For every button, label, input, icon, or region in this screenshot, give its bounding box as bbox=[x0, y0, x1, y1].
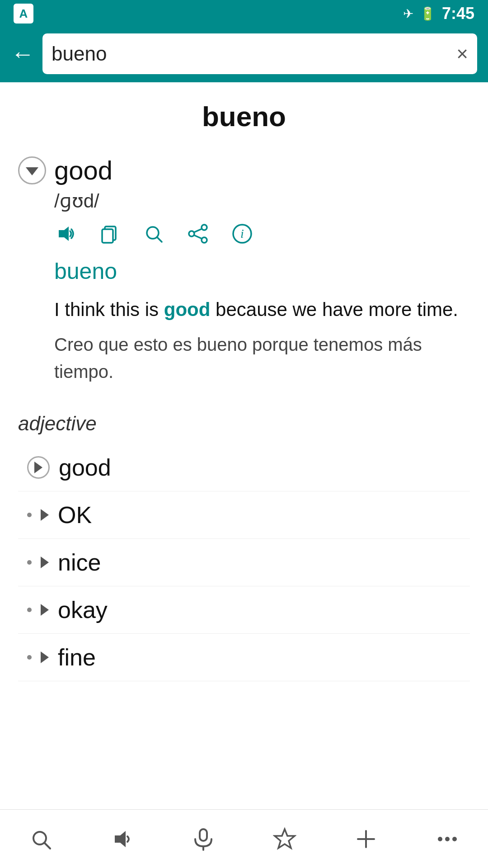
synonym-word: nice bbox=[58, 549, 101, 576]
svg-point-20 bbox=[438, 837, 442, 841]
search-bar: ← × bbox=[0, 27, 488, 82]
copy-icon[interactable] bbox=[99, 223, 120, 245]
more-nav-icon bbox=[436, 827, 459, 851]
dot-icon bbox=[27, 608, 32, 612]
status-bar: A ✈ 🔋 7:45 bbox=[0, 0, 488, 27]
bottom-nav bbox=[0, 809, 488, 868]
translation-block: good /ɡʊd/ bbox=[18, 155, 470, 394]
nav-star-button[interactable] bbox=[273, 827, 296, 851]
status-bar-right: ✈ 🔋 7:45 bbox=[403, 4, 474, 23]
list-item[interactable]: fine bbox=[18, 634, 470, 681]
list-item[interactable]: good bbox=[18, 444, 470, 491]
clear-button[interactable]: × bbox=[456, 42, 468, 65]
chevron-right-icon bbox=[34, 462, 42, 473]
audio-nav-icon bbox=[110, 827, 134, 851]
svg-line-13 bbox=[45, 843, 50, 849]
synonym-word: OK bbox=[58, 501, 92, 528]
translation-word: good bbox=[54, 155, 113, 185]
svg-rect-2 bbox=[102, 229, 113, 243]
status-time: 7:45 bbox=[442, 4, 474, 23]
list-item[interactable]: OK bbox=[18, 491, 470, 539]
battery-icon: 🔋 bbox=[420, 6, 436, 21]
search-input[interactable] bbox=[52, 42, 456, 65]
chevron-right-icon bbox=[41, 651, 49, 663]
search-nav-icon bbox=[29, 827, 52, 851]
main-content: bueno good /ɡʊd/ bbox=[0, 100, 488, 745]
example-english: I think this is good because we have mor… bbox=[54, 295, 470, 324]
info-icon[interactable]: i bbox=[231, 223, 253, 245]
add-nav-icon bbox=[354, 827, 378, 851]
expand-item-button[interactable] bbox=[27, 456, 50, 479]
dot-icon bbox=[27, 513, 32, 517]
svg-line-9 bbox=[194, 235, 202, 239]
svg-line-4 bbox=[157, 237, 162, 242]
nav-add-button[interactable] bbox=[354, 827, 378, 851]
svg-point-7 bbox=[189, 231, 194, 236]
status-bar-left: A bbox=[14, 4, 33, 24]
search-icon[interactable] bbox=[143, 223, 164, 245]
chevron-right-icon bbox=[41, 509, 49, 521]
list-item[interactable]: okay bbox=[18, 586, 470, 634]
nav-more-button[interactable] bbox=[436, 827, 459, 851]
mic-nav-icon bbox=[192, 827, 215, 851]
svg-point-21 bbox=[445, 837, 450, 841]
synonym-word: okay bbox=[58, 596, 108, 623]
search-input-wrapper: × bbox=[42, 33, 477, 74]
part-of-speech-label: adjective bbox=[18, 412, 470, 435]
list-item[interactable]: nice bbox=[18, 539, 470, 586]
nav-mic-button[interactable] bbox=[192, 827, 215, 851]
nav-audio-button[interactable] bbox=[110, 827, 134, 851]
chevron-right-icon bbox=[41, 604, 49, 616]
nav-search-button[interactable] bbox=[29, 827, 52, 851]
svg-marker-14 bbox=[115, 831, 126, 847]
example-spanish: Creo que esto es bueno porque tenemos má… bbox=[54, 331, 470, 385]
dot-icon bbox=[27, 560, 32, 565]
svg-point-22 bbox=[452, 837, 457, 841]
back-button[interactable]: ← bbox=[11, 42, 34, 66]
word-title: bueno bbox=[18, 100, 470, 132]
speaker-icon[interactable] bbox=[54, 223, 76, 245]
app-icon: A bbox=[14, 4, 33, 24]
phonetic: /ɡʊd/ bbox=[54, 190, 470, 212]
expand-collapse-button[interactable] bbox=[18, 156, 46, 184]
chevron-down-icon bbox=[26, 167, 38, 175]
highlight-word: good bbox=[164, 299, 211, 320]
svg-point-5 bbox=[202, 225, 207, 230]
translation-header: good bbox=[18, 155, 470, 185]
svg-marker-17 bbox=[275, 829, 295, 848]
synonym-word: fine bbox=[58, 644, 96, 671]
dot-icon bbox=[27, 655, 32, 660]
action-icons: i bbox=[54, 223, 470, 245]
svg-rect-15 bbox=[200, 829, 207, 841]
star-nav-icon bbox=[273, 827, 296, 851]
svg-line-8 bbox=[194, 229, 202, 232]
source-word: bueno bbox=[54, 258, 470, 284]
svg-text:i: i bbox=[240, 226, 244, 241]
svg-point-6 bbox=[202, 237, 207, 243]
svg-marker-0 bbox=[59, 226, 69, 241]
synonyms-list: good OK nice okay fine bbox=[18, 444, 470, 681]
example-block: I think this is good because we have mor… bbox=[54, 295, 470, 385]
synonym-word: good bbox=[59, 454, 111, 481]
airplane-icon: ✈ bbox=[403, 6, 413, 21]
share-icon[interactable] bbox=[187, 223, 209, 245]
chevron-right-icon bbox=[41, 557, 49, 568]
